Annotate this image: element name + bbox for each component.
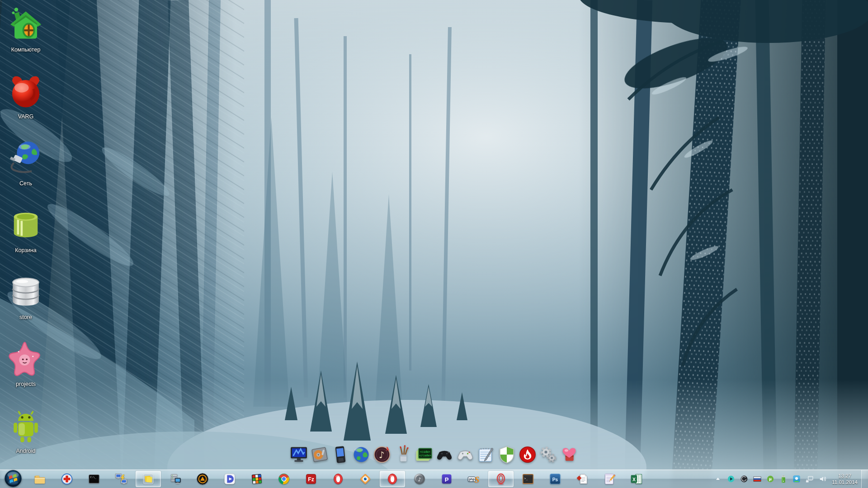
- taskbar-button-filezilla[interactable]: Fz: [298, 471, 324, 487]
- dock-item-heart-box[interactable]: [559, 444, 579, 465]
- taskbar-button-opera[interactable]: [326, 471, 351, 487]
- aimp-icon: [196, 472, 209, 486]
- system-tray: µ 13:27 11.01.2014: [711, 470, 868, 488]
- start-button[interactable]: [0, 470, 26, 488]
- show-desktop-button[interactable]: [861, 470, 868, 488]
- taskbar-button-server[interactable]: [163, 471, 188, 487]
- music-orb-icon: ♪: [413, 472, 426, 486]
- taskbar-button-opera-active[interactable]: [380, 471, 405, 487]
- svg-text:S: S: [475, 475, 479, 484]
- tray-media-play-icon[interactable]: [726, 474, 736, 483]
- desktop-icon-starfish[interactable]: projects: [2, 336, 50, 403]
- wallpaper-image: [0, 0, 868, 488]
- android-icon: [7, 405, 45, 446]
- database-icon: [7, 271, 45, 313]
- desktop-icon-label: VARG: [18, 113, 34, 120]
- document-icon: [576, 472, 589, 486]
- tray-swirl-icon[interactable]: [740, 474, 749, 483]
- remote-pc-icon: [114, 472, 128, 486]
- dock: ♪λ<code></code>: [288, 444, 580, 465]
- svg-text:P: P: [445, 476, 449, 483]
- clock[interactable]: 13:27 11.01.2014: [832, 473, 858, 485]
- taskbar-button-aimp[interactable]: [190, 471, 215, 487]
- desktop-icon-label: Сеть: [19, 180, 32, 187]
- chrome-icon: [277, 472, 291, 486]
- dock-item-display[interactable]: [289, 444, 309, 465]
- taskbar-button-opera-next-active[interactable]: [488, 471, 514, 487]
- rubik-icon: [250, 472, 264, 486]
- music-badge-icon: ♪λ: [372, 445, 392, 465]
- desktop-icon-bsd-devil[interactable]: VARG: [2, 69, 50, 136]
- dock-item-globe[interactable]: [351, 444, 371, 465]
- taskbar-button-explorer[interactable]: [27, 471, 52, 487]
- tray-utorrent-icon[interactable]: µ: [766, 474, 775, 483]
- excel-icon: X: [630, 472, 643, 486]
- desktop-icon-database[interactable]: store: [2, 269, 50, 336]
- recycle-bin-icon: [7, 204, 45, 246]
- network-globe-icon: [7, 137, 45, 179]
- taskbar-button-phpstorm[interactable]: P: [434, 471, 459, 487]
- desktop-icon-recycle-bin[interactable]: Корзина: [2, 202, 50, 269]
- phpstorm-icon: P: [440, 472, 453, 486]
- desktop-icon-label: Компьютер: [11, 47, 41, 53]
- dock-item-code-editor[interactable]: <code></code>: [414, 444, 434, 465]
- svg-text:Fz: Fz: [308, 476, 314, 483]
- svg-text:µ: µ: [769, 477, 772, 481]
- clock-date: 11.01.2014: [832, 479, 858, 485]
- tray-messenger-icon[interactable]: [792, 474, 801, 483]
- terminal-icon: >_: [521, 472, 535, 486]
- notepad-icon: [603, 472, 616, 486]
- desktop-icon-android[interactable]: Android: [2, 403, 50, 470]
- desktop-icon-label: projects: [16, 381, 36, 387]
- taskbar-button-firstaid[interactable]: [54, 471, 80, 487]
- globe-icon: [351, 445, 371, 465]
- tray-usb-drive-icon[interactable]: [779, 474, 788, 483]
- taskbar-button-cmd[interactable]: C:\_: [81, 471, 107, 487]
- php-s-icon: phpS: [467, 472, 481, 486]
- taskbar-button-image-viewer[interactable]: [353, 471, 378, 487]
- desktop-icon-label: store: [19, 314, 32, 320]
- taskbar-button-rubik[interactable]: [244, 471, 269, 487]
- svg-text:C:\_: C:\_: [90, 476, 97, 479]
- clock-time: 13:27: [832, 473, 858, 479]
- dock-item-music-badge[interactable]: ♪λ: [372, 444, 392, 465]
- taskbar-button-sticky-notes-active[interactable]: [136, 471, 161, 487]
- taskbar-button-remote-pc[interactable]: [108, 471, 134, 487]
- dock-item-shield[interactable]: [497, 444, 517, 465]
- dock-item-xbox-gamepad[interactable]: [455, 444, 475, 465]
- svg-text:X: X: [632, 477, 636, 482]
- tray-hidden-icons-arrow-icon[interactable]: [713, 474, 722, 483]
- dock-item-ps-gamepad[interactable]: [434, 444, 454, 465]
- taskbar-button-chrome[interactable]: [271, 471, 297, 487]
- desktop-icon-computer-house[interactable]: Компьютер: [2, 2, 50, 69]
- dock-item-fire[interactable]: [518, 444, 538, 465]
- opera-icon: [386, 472, 399, 486]
- dock-item-notes[interactable]: [476, 444, 496, 465]
- taskbar-button-notepad[interactable]: [597, 471, 622, 487]
- dock-item-harddisk[interactable]: [310, 444, 330, 465]
- taskbar-button-php-s[interactable]: phpS: [461, 471, 486, 487]
- dock-item-paint-brushes[interactable]: [393, 444, 413, 465]
- harddisk-icon: [310, 445, 330, 465]
- taskbar-button-d-player[interactable]: [217, 471, 242, 487]
- taskbar-button-photoshop[interactable]: Ps: [542, 471, 568, 487]
- tray-network-icon[interactable]: [805, 474, 814, 483]
- fire-icon: [518, 445, 538, 465]
- cmd-icon: C:\_: [87, 472, 101, 486]
- taskbar-button-excel[interactable]: X: [624, 471, 649, 487]
- dock-item-phone[interactable]: [330, 444, 350, 465]
- taskbar-button-music-orb[interactable]: ♪: [407, 471, 432, 487]
- code-editor-icon: <code></code>: [414, 445, 434, 465]
- svg-text:λ: λ: [386, 446, 389, 452]
- tray-ru-flag-icon[interactable]: [753, 474, 762, 483]
- display-icon: [289, 445, 309, 465]
- desktop-icon-network-globe[interactable]: Сеть: [2, 136, 50, 202]
- dock-item-gears[interactable]: [538, 444, 558, 465]
- taskbar-button-document[interactable]: [570, 471, 595, 487]
- taskbar-button-terminal[interactable]: >_: [515, 471, 541, 487]
- svg-text:php: php: [469, 478, 475, 481]
- tray-volume-icon[interactable]: [818, 474, 827, 483]
- computer-house-icon: [7, 4, 45, 45]
- desktop-icon-label: Корзина: [15, 247, 37, 253]
- heart-box-icon: [559, 445, 579, 465]
